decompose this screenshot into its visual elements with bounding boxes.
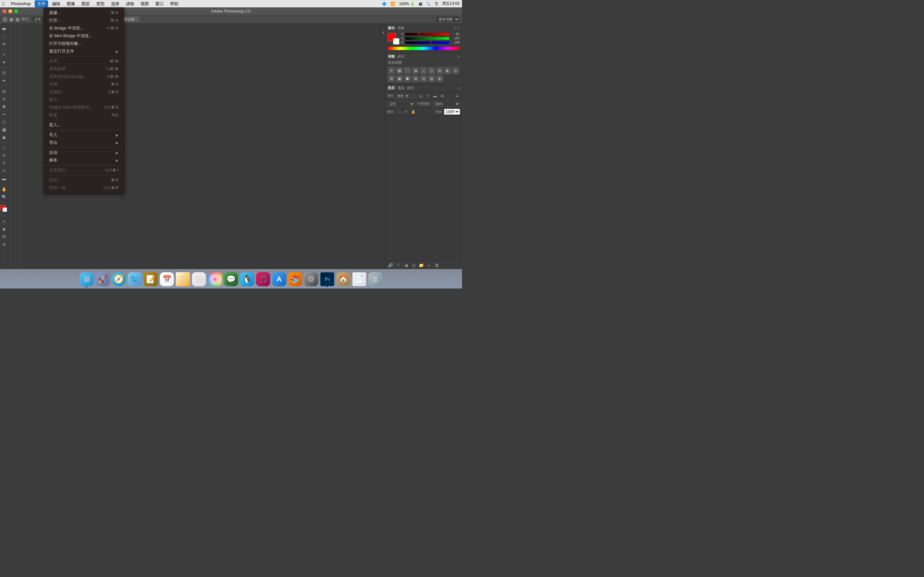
move-tool[interactable]: ✛: [1, 40, 8, 47]
dock-item-sysprefs[interactable]: ⚙: [304, 272, 318, 286]
dock-item-newfile[interactable]: 📄: [352, 272, 367, 286]
color-swatch-area[interactable]: [0, 205, 8, 213]
color-spectrum[interactable]: [388, 47, 459, 50]
rect-frame-icon[interactable]: ⊞: [1, 241, 8, 248]
type-filter-select[interactable]: 类型: [395, 93, 410, 99]
dock-item-qq[interactable]: 🐧: [240, 272, 254, 286]
dodge-tool[interactable]: ○: [1, 144, 8, 151]
menubar-window[interactable]: 窗口: [153, 0, 166, 7]
menu-item-closeall[interactable]: 关闭全部 ⌥⌘ W: [44, 65, 124, 73]
rectangle-tool[interactable]: ▬: [1, 175, 8, 182]
panel-menu-icon[interactable]: ▾: [454, 26, 456, 30]
color-preview-area[interactable]: [388, 33, 399, 45]
dock-item-trash[interactable]: 🗑: [368, 272, 383, 286]
dock-item-appstore[interactable]: A: [272, 272, 286, 286]
magic-wand-tool[interactable]: ✦: [1, 59, 8, 66]
swatches-tab[interactable]: 色板: [397, 26, 405, 31]
background-color-box[interactable]: [393, 38, 399, 45]
adjustment-layer-icon[interactable]: ◎: [410, 262, 417, 268]
menu-item-saveweb[interactable]: 存储为 Web 所用格式... ⌥⇧⌘ S: [44, 103, 124, 111]
history-brush-tool[interactable]: ↩: [1, 111, 8, 118]
lock-all-icon[interactable]: 🔒: [411, 109, 416, 114]
hue-sat-adj[interactable]: ⬡: [428, 67, 435, 74]
eyedropper-tool[interactable]: ✒: [1, 77, 8, 84]
menu-item-open[interactable]: 打开... ⌘ O: [44, 17, 124, 24]
brush-tool[interactable]: ⌀: [1, 95, 8, 102]
filter-shape-icon[interactable]: ▬: [432, 93, 438, 99]
menu-item-new[interactable]: 新建... ⌘ N: [44, 9, 124, 17]
clone-stamp-tool[interactable]: ✿: [1, 103, 8, 110]
channels-tab[interactable]: 通道: [397, 85, 405, 90]
photo-filter-adj[interactable]: ◎: [452, 67, 459, 74]
menubar-filter[interactable]: 滤镜: [123, 0, 137, 7]
notification-icon[interactable]: ☰: [435, 2, 438, 6]
menu-item-checkin[interactable]: 签入...: [44, 96, 124, 103]
panel-close-icon[interactable]: ✕: [457, 26, 459, 30]
link-layers-icon[interactable]: 🔗: [387, 262, 394, 268]
menu-item-saveas[interactable]: 存储为... ⇧⌘ S: [44, 88, 124, 96]
menu-item-scripts[interactable]: 脚本 ▶: [44, 156, 124, 164]
dock-item-reminders[interactable]: ☑: [192, 272, 206, 286]
gradient-tool[interactable]: ▦: [1, 126, 8, 133]
dock-item-ibooks[interactable]: 📚: [288, 272, 302, 286]
foreground-color[interactable]: [0, 205, 5, 210]
menu-item-export[interactable]: 导出 ▶: [44, 139, 124, 147]
menubar-view[interactable]: 视图: [138, 0, 152, 7]
blend-mode-select[interactable]: 正常: [387, 101, 415, 107]
menu-item-automate[interactable]: 自动 ▶: [44, 149, 124, 156]
dock-item-finder[interactable]: 🖥: [79, 272, 94, 286]
fill-select[interactable]: 100%: [444, 109, 460, 115]
zoom-tool[interactable]: 🔍: [1, 193, 8, 200]
adjustments-tab[interactable]: 调整: [388, 54, 395, 59]
quick-mask-icon[interactable]: ⊙: [1, 218, 8, 225]
selective-color-adj[interactable]: ◈: [436, 75, 443, 82]
menu-item-smart[interactable]: 打开为智能对象...: [44, 40, 124, 47]
gradient-map-adj[interactable]: ▤: [428, 75, 435, 82]
add-mask-icon[interactable]: ◑: [403, 262, 409, 268]
dock-item-home[interactable]: 🏠: [336, 272, 351, 286]
path-selection-tool[interactable]: ↖: [1, 167, 8, 174]
3d-icon[interactable]: 3D: [1, 233, 8, 240]
lasso-tool[interactable]: ⌖: [1, 51, 8, 58]
menubar-select[interactable]: 选择: [108, 0, 122, 7]
dock-item-itunes[interactable]: 🎵: [256, 272, 270, 286]
menubar-image[interactable]: 图像: [64, 0, 78, 7]
lock-pixels-icon[interactable]: ⬚: [397, 109, 402, 114]
filter-adj-icon[interactable]: ◎: [418, 93, 424, 99]
blur-tool[interactable]: ◉: [1, 134, 8, 141]
g-slider[interactable]: [405, 37, 449, 40]
menu-item-bridge[interactable]: 在 Bridge 中浏览... ⌥⌘ O: [44, 24, 124, 32]
dock-item-photos[interactable]: 🌸: [208, 272, 222, 286]
new-layer-icon[interactable]: +: [426, 262, 432, 268]
pen-tool[interactable]: ✐: [1, 152, 8, 159]
dock-item-ps[interactable]: Ps: [320, 272, 334, 286]
lock-position-icon[interactable]: ✐: [404, 109, 409, 114]
menu-item-revert[interactable]: 恢复 F12: [44, 111, 124, 119]
type-tool[interactable]: T: [1, 160, 8, 167]
exposure-adj[interactable]: ◑: [412, 67, 419, 74]
paths-tab[interactable]: 路径: [407, 85, 414, 90]
vibrance-adj[interactable]: △: [420, 67, 427, 74]
menu-item-minibridge[interactable]: 在 Mini Bridge 中浏览...: [44, 32, 124, 40]
workspace-select[interactable]: 基本功能: [436, 16, 459, 23]
layers-menu-icon[interactable]: ▾: [458, 86, 459, 90]
posterize-adj[interactable]: ⊠: [412, 75, 419, 82]
threshold-adj[interactable]: ⊟: [420, 75, 427, 82]
r-slider[interactable]: [405, 33, 449, 35]
menubar-layer[interactable]: 图层: [79, 0, 92, 7]
menu-item-recent[interactable]: 最近打开文件 ▶: [44, 47, 124, 55]
menu-item-print[interactable]: 打印... ⌘ P: [44, 176, 124, 184]
menu-item-fileinfo[interactable]: 文件简介... ⌥⇧⌘ I: [44, 166, 124, 174]
dock-item-safari[interactable]: 🧭: [111, 272, 126, 286]
hand-tool[interactable]: ✋: [1, 185, 8, 193]
brightness-adj[interactable]: ☀: [388, 67, 395, 74]
screen-mode-icon[interactable]: ▣: [1, 226, 8, 232]
eraser-tool[interactable]: ◻: [1, 118, 8, 125]
expand-collapse-icon[interactable]: ◀▶: [1, 25, 8, 32]
menu-item-closebridge[interactable]: 关闭并转到 Bridge... ⇧⌘ W: [44, 73, 124, 81]
styles-tab[interactable]: 样式: [397, 54, 405, 59]
dock-item-notes[interactable]: 📝: [144, 272, 158, 286]
dock-item-calendar[interactable]: 📅: [160, 272, 174, 286]
bw-adj[interactable]: ◐: [444, 67, 451, 74]
filter-smart-icon[interactable]: ⊞: [439, 93, 445, 99]
